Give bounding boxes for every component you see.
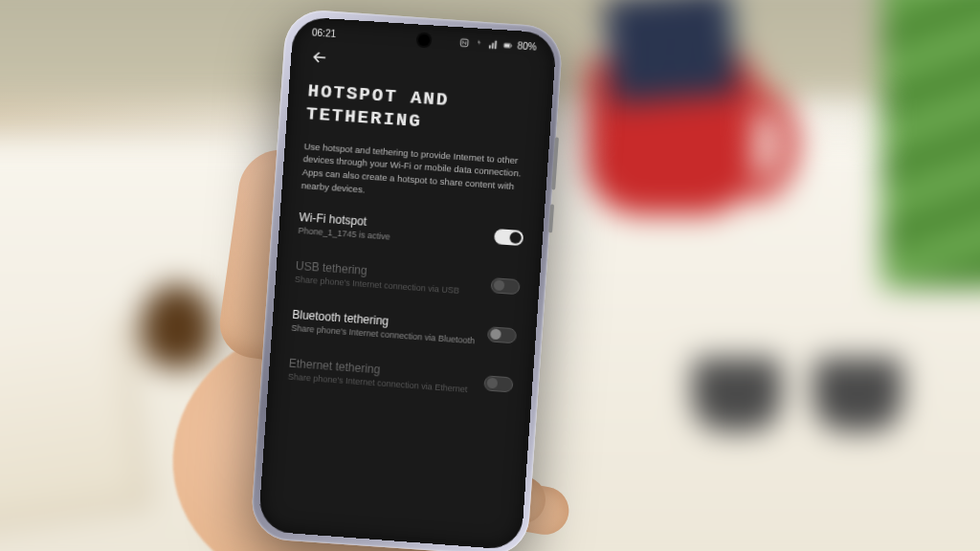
back-arrow-icon[interactable] <box>309 43 330 77</box>
bluetooth-tethering-toggle[interactable] <box>487 326 517 343</box>
battery-icon <box>502 40 513 51</box>
phone: 06:21 80% HO <box>250 9 564 551</box>
svg-rect-2 <box>504 43 510 47</box>
status-time: 06:21 <box>312 27 337 39</box>
usb-tethering-toggle <box>490 277 520 295</box>
page-description: Use hotspot and tethering to provide Int… <box>301 140 529 208</box>
ethernet-tethering-toggle <box>483 375 513 392</box>
wifi-hotspot-toggle[interactable] <box>494 229 523 246</box>
page-title: HOTSPOT AND TETHERING <box>305 80 533 141</box>
battery-percentage: 80% <box>517 40 537 52</box>
nfc-icon <box>459 37 470 48</box>
wifi-signal-icon <box>488 39 499 50</box>
svg-rect-3 <box>511 45 512 47</box>
phone-screen: 06:21 80% HO <box>258 16 557 550</box>
vibrate-icon <box>474 38 484 49</box>
